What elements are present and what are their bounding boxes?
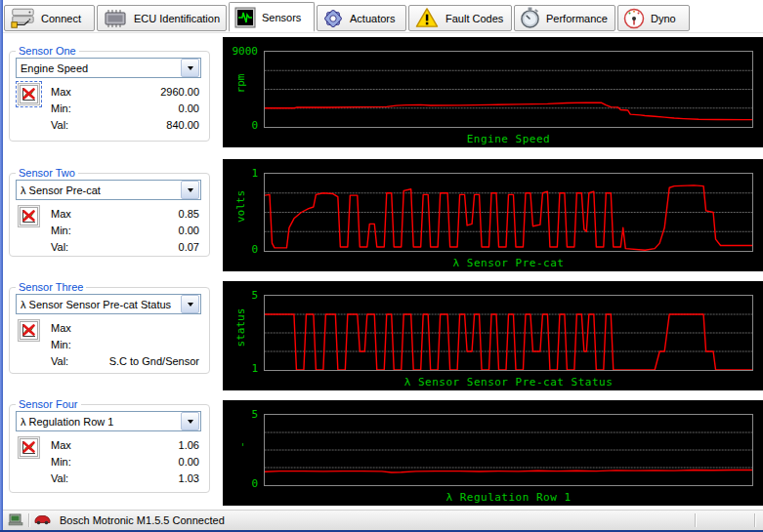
chevron-down-icon[interactable] xyxy=(181,295,199,313)
tab-ecu-identification[interactable]: ECU Identification xyxy=(97,5,227,31)
sensor-one-selected-option: Engine Speed xyxy=(21,62,181,74)
chart-plot-area xyxy=(264,295,753,371)
min-row: Min: xyxy=(16,336,201,352)
sensor-two-panel: Sensor Two λ Sensor Pre-cat Max 0.85 xyxy=(9,167,210,257)
graph-disable-button[interactable] xyxy=(18,83,40,105)
sensor-two-select[interactable]: λ Sensor Pre-cat xyxy=(16,180,201,200)
y-axis-min-label: 0 xyxy=(223,243,258,256)
min-value: 0.00 xyxy=(179,225,199,236)
max-label: Max xyxy=(51,86,71,98)
max-label: Max xyxy=(51,208,71,220)
graph-disable-button[interactable] xyxy=(18,319,40,342)
sensor-four-selected-option: λ Regulation Row 1 xyxy=(21,416,181,428)
val-row: Val: 1.03 xyxy=(16,470,201,486)
connect-drive-icon xyxy=(10,7,35,29)
graph-x-icon xyxy=(20,438,38,457)
chart-title: Engine Speed xyxy=(264,133,753,145)
chart-title: λ Regulation Row 1 xyxy=(264,491,753,504)
sensor-two-group-label: Sensor Two xyxy=(16,167,78,179)
val-label: Val: xyxy=(51,119,68,131)
tab-bar: Connect ECU Identification xyxy=(3,0,763,33)
sensor-four-select[interactable]: λ Regulation Row 1 xyxy=(16,411,201,431)
min-row: Min: 0.00 xyxy=(16,222,201,238)
y-axis-min-label: 0 xyxy=(223,477,258,490)
sensors-scope-icon xyxy=(234,7,256,28)
performance-stopwatch-icon xyxy=(520,7,540,29)
tab-performance[interactable]: Performance xyxy=(514,5,615,31)
graph-x-icon xyxy=(20,207,38,225)
status-text: Bosch Motronic M1.5.5 Connected xyxy=(60,514,225,526)
min-label: Min: xyxy=(51,225,71,236)
sensor-two-selected-option: λ Sensor Pre-cat xyxy=(21,184,181,196)
chart-lambda-precat-status: 5 status 1 λ Sensor Sensor Pre-cat Statu… xyxy=(223,281,763,390)
graph-x-icon xyxy=(20,321,38,340)
max-label: Max xyxy=(51,322,71,334)
chart-plot-area xyxy=(264,414,753,486)
sensor-one-group-label: Sensor One xyxy=(16,45,79,57)
y-axis-min-label: 1 xyxy=(223,362,258,375)
max-value: 2960.00 xyxy=(160,86,199,98)
statusbar-separator xyxy=(754,513,755,527)
statusbar-separator xyxy=(28,513,29,527)
sensor-one-select[interactable]: Engine Speed xyxy=(16,58,201,78)
max-label: Max xyxy=(51,439,71,451)
graph-disable-button[interactable] xyxy=(18,205,40,227)
val-value: S.C to Gnd/Sensor xyxy=(109,355,199,367)
val-label: Val: xyxy=(51,472,68,484)
val-label: Val: xyxy=(51,355,68,367)
y-axis-min-label: 0 xyxy=(223,119,258,132)
chart-title: λ Sensor Pre-cat xyxy=(264,257,753,269)
chart-lambda-regulation: 5 - 0 λ Regulation Row 1 xyxy=(223,400,763,506)
val-label: Val: xyxy=(51,241,68,253)
tab-label: Dyno xyxy=(651,13,676,24)
max-value: 1.06 xyxy=(179,439,199,451)
dyno-gauge-icon xyxy=(623,8,645,29)
tab-label: Fault Codes xyxy=(445,13,503,24)
sensor-one-panel: Sensor One Engine Speed Max 2960.00 xyxy=(9,45,210,142)
min-value: 0.00 xyxy=(179,456,199,468)
chart-engine-speed: 9000 rpm 0 Engine Speed xyxy=(223,37,763,147)
max-row: Max xyxy=(16,319,201,336)
max-row: Max 2960.00 xyxy=(16,83,201,100)
graph-x-icon xyxy=(20,85,38,103)
tab-actuators[interactable]: Actuators xyxy=(317,5,406,31)
car-manual-icon xyxy=(34,513,51,527)
tab-label: Sensors xyxy=(262,12,301,23)
sensor-four-panel: Sensor Four λ Regulation Row 1 Max 1.0 xyxy=(9,398,210,493)
y-axis-unit-label: volts xyxy=(234,159,248,254)
min-label: Min: xyxy=(51,339,71,350)
max-value: 0.85 xyxy=(179,208,199,220)
tab-label: Actuators xyxy=(350,13,395,24)
fault-codes-warning-icon xyxy=(414,7,440,29)
tab-label: Performance xyxy=(546,13,608,24)
tab-label: Connect xyxy=(41,13,81,24)
chevron-down-icon[interactable] xyxy=(181,412,199,430)
min-value: 0.00 xyxy=(179,102,199,114)
window-left-border xyxy=(0,0,3,532)
val-value: 840.00 xyxy=(166,119,199,131)
app-window: Connect ECU Identification xyxy=(0,0,763,532)
y-axis-unit-label: rpm xyxy=(234,37,248,130)
y-axis-unit-label: status xyxy=(234,281,248,373)
chart-plot-area xyxy=(264,173,753,252)
tab-label: ECU Identification xyxy=(134,13,220,24)
chart-lambda-precat: 1 volts 0 λ Sensor Pre-cat xyxy=(223,159,763,271)
sensor-three-select[interactable]: λ Sensor Sensor Pre-cat Status xyxy=(16,294,201,314)
min-label: Min: xyxy=(51,456,71,468)
val-row: Val: S.C to Gnd/Sensor xyxy=(16,352,201,369)
val-row: Val: 840.00 xyxy=(16,116,201,133)
y-axis-unit-label: - xyxy=(234,400,248,488)
tab-sensors[interactable]: Sensors xyxy=(229,2,315,32)
min-row: Min: 0.00 xyxy=(16,100,201,116)
tab-connect[interactable]: Connect xyxy=(4,5,95,31)
val-value: 1.03 xyxy=(179,472,199,484)
chevron-down-icon[interactable] xyxy=(181,181,199,199)
charts-column: 9000 rpm 0 Engine Speed 1 volts 0 λ Sens… xyxy=(223,37,763,506)
sensor-four-group-label: Sensor Four xyxy=(16,398,81,410)
val-row: Val: 0.07 xyxy=(16,238,201,255)
val-value: 0.07 xyxy=(179,241,199,253)
tab-dyno[interactable]: Dyno xyxy=(617,5,690,31)
graph-disable-button[interactable] xyxy=(18,436,40,459)
tab-fault-codes[interactable]: Fault Codes xyxy=(408,5,512,31)
chevron-down-icon[interactable] xyxy=(181,59,199,77)
